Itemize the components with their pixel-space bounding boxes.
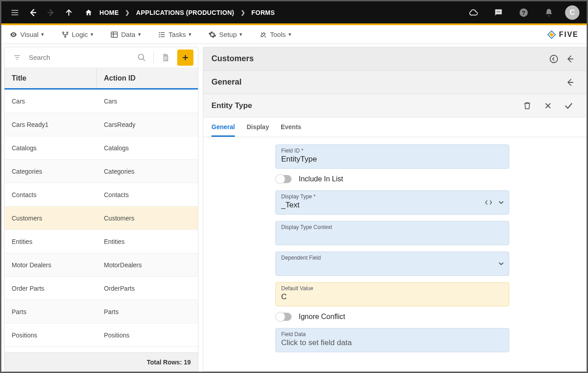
svg-point-7 xyxy=(498,11,499,12)
table-row[interactable]: CustomersCustomers xyxy=(4,207,198,230)
menu-label: Tasks xyxy=(169,31,186,38)
add-button[interactable] xyxy=(177,49,193,66)
code-icon[interactable] xyxy=(485,198,493,207)
cell-title: Customers xyxy=(4,207,97,229)
svg-point-6 xyxy=(497,11,498,12)
header-title: Entity Type xyxy=(211,101,252,110)
close-icon[interactable] xyxy=(539,96,557,115)
menu-label: Tools xyxy=(270,31,286,38)
table-row[interactable]: EntitiesEntities xyxy=(4,230,198,253)
back-arrow-icon[interactable] xyxy=(25,4,41,21)
hamburger-icon[interactable] xyxy=(7,4,23,21)
toggle-switch[interactable] xyxy=(276,175,292,183)
field-displaytype-context[interactable]: Display Type Context xyxy=(275,221,509,245)
cell-action: Categories xyxy=(97,160,198,183)
field-fielddata[interactable]: Field Data Click to set field data xyxy=(275,328,509,352)
menu-visual[interactable]: Visual▼ xyxy=(9,31,45,39)
cell-action: MotorDealers xyxy=(97,253,198,276)
field-fieldid[interactable]: Field ID * EntityType xyxy=(275,144,509,169)
table-row[interactable]: PositionsPositions xyxy=(4,324,198,347)
trash-icon[interactable] xyxy=(518,96,537,115)
grid-body[interactable]: CarsCarsCars Ready1CarsReadyCatalogsCata… xyxy=(4,90,198,352)
back-icon[interactable] xyxy=(562,74,578,90)
document-icon[interactable] xyxy=(157,49,174,66)
topbar-right: ? C xyxy=(464,4,582,21)
chevron-down-icon[interactable] xyxy=(497,198,505,207)
right-panel: Customers General Entity Type xyxy=(203,47,587,372)
menu-label: Logic xyxy=(72,31,88,38)
cell-action: OrderParts xyxy=(97,277,198,300)
field-value: C xyxy=(281,292,503,302)
field-default-value[interactable]: Default Value C xyxy=(275,282,509,306)
cell-title: Cars Ready1 xyxy=(4,113,97,136)
table-row[interactable]: Order PartsOrderParts xyxy=(4,277,198,300)
menu-tasks[interactable]: Tasks▼ xyxy=(158,31,192,39)
table-row[interactable]: CatalogsCatalogs xyxy=(4,136,198,160)
field-value: Click to set field data xyxy=(281,338,503,348)
undo-circle-icon[interactable] xyxy=(546,51,562,67)
back-icon[interactable] xyxy=(562,51,578,67)
field-label: Dependent Field xyxy=(281,255,503,261)
left-toolbar xyxy=(4,47,198,68)
menu-label: Visual xyxy=(20,31,39,38)
brand-text: FIVE xyxy=(559,31,579,39)
tab-general[interactable]: General xyxy=(211,119,235,137)
svg-rect-15 xyxy=(112,32,118,37)
crumb-forms[interactable]: FORMS xyxy=(251,9,275,16)
home-icon[interactable] xyxy=(81,4,97,21)
cell-action: Catalogs xyxy=(97,136,198,159)
field-value: EntityType xyxy=(281,155,503,165)
menu-tools[interactable]: Tools▼ xyxy=(259,31,292,39)
help-icon[interactable]: ? xyxy=(516,4,532,21)
cell-title: Cars xyxy=(4,90,97,112)
up-arrow-icon[interactable] xyxy=(61,4,77,21)
menu-logic[interactable]: Logic▼ xyxy=(61,31,94,39)
search-input[interactable] xyxy=(29,54,130,61)
field-displaytype[interactable]: Display Type * _Text xyxy=(275,190,509,215)
chevron-down-icon[interactable] xyxy=(497,260,505,268)
bell-icon[interactable] xyxy=(541,4,557,21)
cloud-icon[interactable] xyxy=(465,4,481,21)
table-row[interactable]: PartsParts xyxy=(4,300,198,324)
table-row[interactable]: ContactsContacts xyxy=(4,183,198,207)
svg-point-13 xyxy=(67,32,68,33)
divider xyxy=(153,52,154,63)
toggle-switch[interactable] xyxy=(276,313,292,321)
col-action[interactable]: Action ID xyxy=(97,68,198,88)
grid-header: Title Action ID xyxy=(4,68,198,90)
crumb-home[interactable]: HOME xyxy=(99,9,119,16)
menu-data[interactable]: Data▼ xyxy=(110,31,142,39)
filter-icon[interactable] xyxy=(9,49,25,66)
menubar: Visual▼ Logic▼ Data▼ Tasks▼ Setup▼ Tools… xyxy=(1,25,587,44)
menu-setup[interactable]: Setup▼ xyxy=(208,31,243,39)
table-row[interactable]: Cars Ready1CarsReady xyxy=(4,113,198,136)
svg-point-8 xyxy=(499,11,500,12)
chat-icon[interactable] xyxy=(490,4,507,21)
check-icon[interactable] xyxy=(559,96,578,115)
breadcrumb: HOME ❯ APPLICATIONS (PRODUCTION) ❯ FORMS xyxy=(81,4,275,21)
left-panel: Title Action ID CarsCarsCars Ready1CarsR… xyxy=(4,47,198,372)
svg-point-26 xyxy=(139,54,144,59)
toggle-label: Ignore Conflict xyxy=(299,313,345,321)
form-area: Field ID * EntityType Include In List Di… xyxy=(203,137,586,371)
crumb-applications[interactable]: APPLICATIONS (PRODUCTION) xyxy=(136,9,234,16)
svg-point-33 xyxy=(550,55,558,63)
avatar[interactable]: C xyxy=(565,5,579,20)
tabs: GeneralDisplayEvents xyxy=(203,117,586,137)
search-icon[interactable] xyxy=(134,49,150,66)
tab-events[interactable]: Events xyxy=(281,119,301,137)
cell-action: Entities xyxy=(97,230,198,253)
grid-footer: Total Rows: 19 xyxy=(4,352,198,371)
field-dependent[interactable]: Dependent Field xyxy=(275,252,509,276)
cell-title: Parts xyxy=(4,300,97,323)
field-label: Display Type Context xyxy=(281,224,503,230)
col-title[interactable]: Title xyxy=(4,68,97,88)
tab-display[interactable]: Display xyxy=(247,119,269,137)
table-row[interactable]: Motor DealersMotorDealers xyxy=(4,253,198,277)
table-row[interactable]: CarsCars xyxy=(4,90,198,113)
cell-action: Parts xyxy=(97,300,198,323)
table-row[interactable]: CategoriesCategories xyxy=(4,160,198,183)
field-label: Display Type * xyxy=(281,193,503,200)
total-rows: Total Rows: 19 xyxy=(147,359,191,366)
cell-title: Motor Dealers xyxy=(4,253,97,276)
